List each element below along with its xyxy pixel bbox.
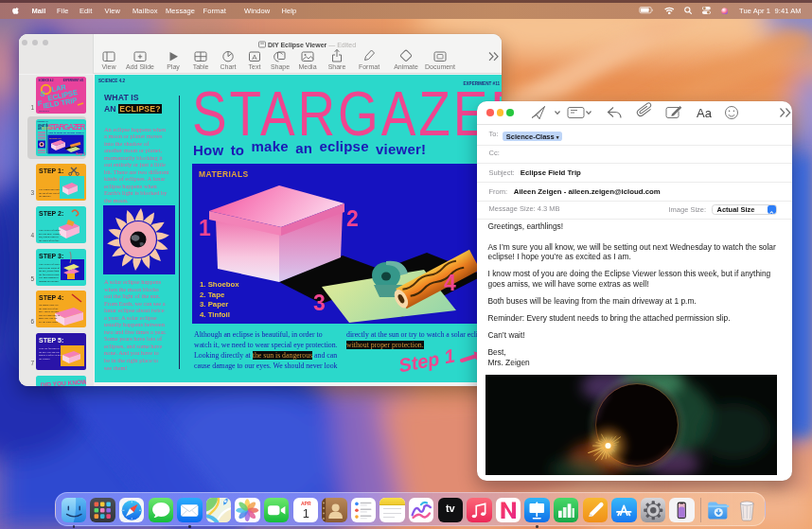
svg-text:see the white paper: see the white paper (39, 321, 58, 324)
svg-text:APR: APR (301, 500, 311, 505)
svg-text:3: 3 (313, 291, 326, 315)
svg-text:STEP 1:: STEP 1: (39, 168, 63, 174)
svg-text:A: A (252, 53, 257, 62)
svg-text:SCIENCE 4.2: SCIENCE 4.2 (38, 120, 48, 122)
svg-text:S: S (40, 89, 46, 98)
svg-text:4: 4 (444, 271, 456, 295)
svg-text:STEP 3:: STEP 3: (39, 253, 63, 259)
svg-text:Mrs Zeigen: Mrs Zeigen (39, 110, 50, 112)
svg-text:STEP 2:: STEP 2: (39, 210, 63, 217)
svg-text:1: 1 (302, 506, 309, 520)
svg-text:STARGAZER: STARGAZER (48, 123, 86, 132)
svg-text:2: 2 (346, 206, 359, 231)
svg-text:1: 1 (199, 216, 211, 240)
svg-text:through the pin hole: through the pin hole (39, 279, 60, 282)
svg-text:STEP 5:: STEP 5: (39, 337, 63, 344)
svg-text:EXPERIMENT #11: EXPERIMENT #11 (63, 79, 84, 82)
svg-text:How to make an eclipse viewer!: How to make an eclipse viewer! (48, 132, 84, 134)
svg-text:DID YOU KNOW: DID YOU KNOW (41, 378, 86, 386)
svg-text:Step 1: Step 1 (76, 152, 85, 156)
svg-text:the eclipse!: the eclipse! (39, 357, 50, 360)
svg-text:MATERIALS: MATERIALS (49, 137, 62, 139)
svg-text:SCIENCE 4.2: SCIENCE 4.2 (39, 79, 54, 82)
svg-text:STEP 4:: STEP 4: (39, 294, 63, 301)
svg-text:the shoebox.: the shoebox. (39, 195, 51, 198)
svg-text:the center of the foil.: the center of the foil. (39, 238, 60, 241)
